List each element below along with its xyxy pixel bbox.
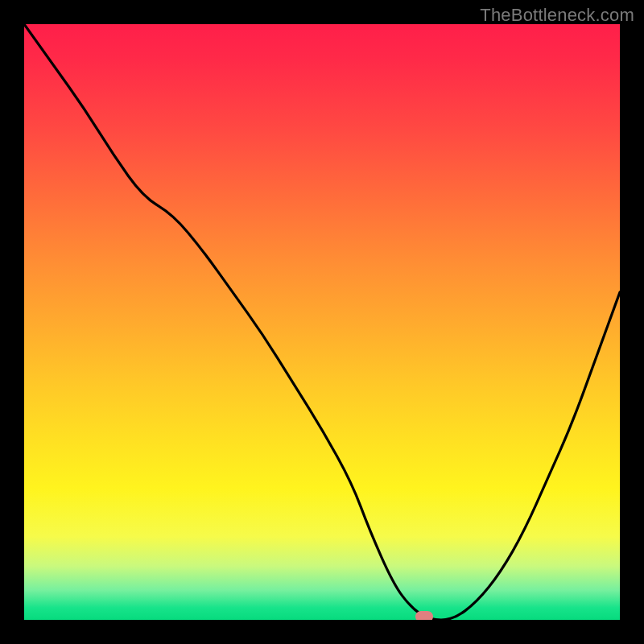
plot-area [24, 24, 620, 620]
optimum-marker [415, 611, 433, 620]
bottleneck-curve [24, 24, 620, 620]
chart-container: TheBottleneck.com [0, 0, 644, 644]
watermark-text: TheBottleneck.com [480, 5, 634, 26]
curve-path [24, 24, 620, 620]
